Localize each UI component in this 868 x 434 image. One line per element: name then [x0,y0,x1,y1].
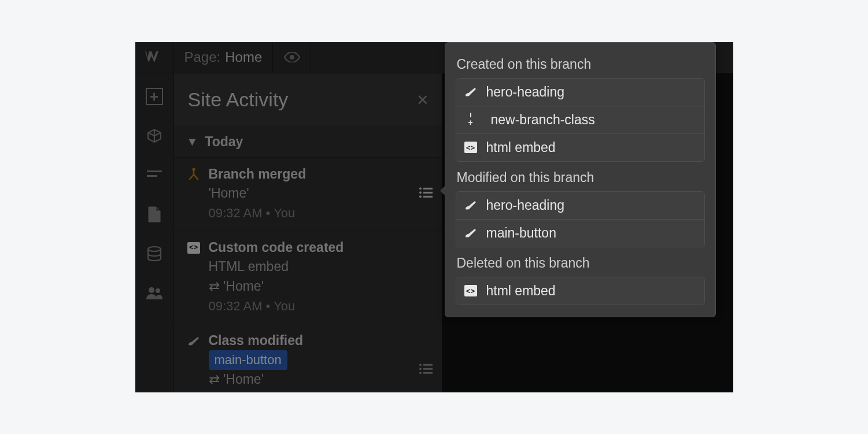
section-today[interactable]: ▼ Today [174,127,442,158]
close-icon: ✕ [416,91,429,108]
entry-time: 09:32 AM [209,299,263,313]
entry-title: Branch merged [209,165,306,184]
svg-point-4 [149,287,154,293]
popover-item[interactable]: + new-branch-class [456,106,704,134]
plus-icon: + [146,88,163,105]
svg-point-15 [419,368,422,370]
svg-point-17 [419,372,422,374]
add-element-button[interactable]: + [145,87,164,106]
panel-title: Site Activity [188,88,289,111]
popover-item[interactable]: hero-heading [456,79,704,106]
panel-header: Site Activity ✕ [174,73,442,127]
popover-item-label: hero-heading [486,198,565,213]
entry-subtitle: HTML embed [209,259,289,274]
popover-arrow [440,185,446,196]
popover-section-label: Deleted on this branch [457,255,704,271]
popover-item[interactable]: <​> html embed [456,277,704,305]
activity-entry[interactable]: Class modified main-button ⇄ 'Home' 09:3… [174,324,442,392]
style-button[interactable] [145,166,164,184]
brush-icon [464,227,477,239]
database-icon [147,246,162,261]
embed-icon: <​> [464,141,477,154]
entry-home: 'Home' [223,372,264,387]
embed-icon: <​> [464,284,477,297]
activity-entry[interactable]: Branch merged 'Home' 09:32 AM•You [174,158,442,232]
popover-group-created: hero-heading + new-branch-class <​> html… [456,78,705,162]
activity-entry[interactable]: <​> Custom code created HTML embed ⇄ 'Ho… [174,231,442,324]
popover-item[interactable]: main-button [456,220,704,247]
popover-section-label: Modified on this branch [457,170,704,186]
popover-item-label: new-branch-class [486,112,595,128]
popover-group-deleted: <​> html embed [456,277,705,305]
page-name: Home [225,49,262,65]
site-activity-panel: Site Activity ✕ ✕ ▼ Today Branch merged … [174,73,442,392]
svg-rect-12 [423,196,433,198]
popover-item-label: html embed [486,140,556,155]
popover-section-label: Created on this branch [457,57,704,72]
entry-home: 'Home' [223,279,264,294]
swap-icon: ⇄ [209,372,220,387]
entry-title: Class modified [209,331,304,350]
svg-point-6 [192,168,195,171]
entry-title: Custom code created [209,238,344,257]
lines-icon [147,169,162,181]
popover-item-label: hero-heading [486,84,565,100]
entry-subtitle: 'Home' [209,186,249,201]
brush-icon [464,199,477,212]
svg-rect-10 [423,192,433,194]
svg-point-0 [290,55,294,60]
popover-group-modified: hero-heading main-button [456,191,705,247]
section-label: Today [205,134,243,150]
class-tag: main-button [209,350,287,370]
brush-icon [464,86,477,98]
entry-details-button[interactable] [419,361,433,380]
entry-details-button[interactable] [419,184,433,203]
navigator-button[interactable] [145,127,164,145]
svg-point-5 [156,288,160,293]
pages-button[interactable] [145,205,164,224]
svg-rect-16 [423,368,433,370]
left-rail: + [135,73,174,392]
list-icon [419,363,433,375]
list-icon [419,187,433,198]
add-style-icon: + [464,113,477,126]
svg-rect-18 [423,372,433,374]
cms-button[interactable] [145,244,164,263]
swap-icon: ⇄ [209,279,220,294]
brush-icon [187,334,201,348]
preview-toggle[interactable] [273,42,311,73]
svg-rect-2 [147,175,157,177]
webflow-logo-icon [145,51,164,64]
popover-item[interactable]: <​> html embed [456,134,704,161]
svg-point-7 [419,187,422,190]
panel-close-button[interactable]: ✕ [416,91,429,109]
svg-rect-1 [147,170,162,172]
page-icon [148,206,161,222]
popover-item[interactable]: hero-heading [456,192,704,220]
svg-point-11 [419,195,422,198]
entry-user: You [274,299,295,313]
page-label: Page: [184,49,221,65]
merge-icon [187,167,201,181]
popover-item-label: html embed [486,283,556,299]
chevron-down-icon: ▼ [187,135,198,149]
svg-rect-8 [423,188,433,190]
eye-icon [284,52,300,62]
people-icon [146,287,163,299]
branch-changes-popover: Created on this branch hero-heading + ne… [445,42,716,317]
svg-point-9 [419,191,422,194]
entry-time: 09:32 AM [209,206,263,220]
svg-rect-14 [423,364,433,366]
popover-item-label: main-button [486,225,556,241]
entry-user: You [274,206,295,220]
users-button[interactable] [145,284,164,302]
page-selector[interactable]: Page: Home [174,42,274,73]
app-logo[interactable] [135,42,174,73]
cube-icon [147,128,162,143]
embed-icon: <​> [187,241,201,255]
svg-point-3 [148,247,161,251]
svg-point-13 [419,364,422,366]
